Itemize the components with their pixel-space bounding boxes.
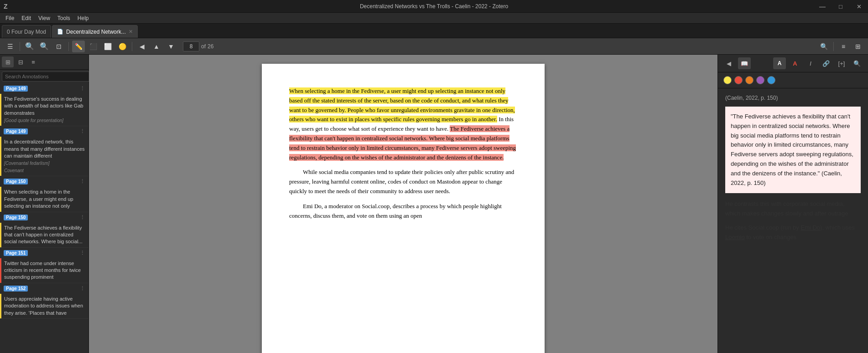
color-orange[interactable] bbox=[745, 76, 754, 84]
annotation-text: In a decentralized network, this means t… bbox=[4, 138, 85, 159]
more-options-icon[interactable]: ⋮ bbox=[80, 286, 85, 292]
search-button[interactable]: 🔍 bbox=[851, 57, 863, 69]
sidebar-view-btn-2[interactable]: ⊟ bbox=[15, 56, 26, 67]
window-title: Decentralized Networks vs The Trolls - C… bbox=[360, 3, 508, 10]
more-options-icon[interactable]: ⋮ bbox=[80, 250, 85, 256]
page-badge: Page 149 bbox=[4, 86, 28, 92]
separator bbox=[132, 42, 132, 51]
nav-prev-button[interactable]: ◀ bbox=[135, 41, 148, 52]
list-view-button[interactable]: ≡ bbox=[837, 41, 850, 52]
pdf-paragraph-3: Emi Do, a moderator on Social.coop, desc… bbox=[289, 202, 517, 221]
menu-edit[interactable]: Edit bbox=[18, 14, 35, 22]
annotation-text: The Fediverse's success in dealing with … bbox=[4, 96, 85, 117]
crop-tool-button[interactable]: ⬜ bbox=[101, 41, 114, 52]
menu-help[interactable]: Help bbox=[74, 14, 93, 22]
annotation-header: Page 149 ⋮ bbox=[0, 126, 88, 137]
color-yellow[interactable] bbox=[723, 76, 732, 84]
insert-button[interactable]: [+] bbox=[835, 57, 848, 69]
pdf-viewer[interactable]: When selecting a home in the Fediverse, … bbox=[89, 55, 717, 353]
annotation-group-151: Page 151 ⋮ Twitter had come under intens… bbox=[0, 248, 88, 283]
app-icon: Z bbox=[4, 3, 8, 10]
page-of-label: of bbox=[201, 43, 206, 50]
annotation-group-149-1: Page 149 ⋮ The Fediverse's success in de… bbox=[0, 83, 88, 126]
annotation-header: Page 152 ⋮ bbox=[0, 283, 88, 294]
pdf-paragraph-2: While social media companies tend to upd… bbox=[289, 168, 517, 196]
tabbar: 0 Four Day Mod 📄 Decentralized Network..… bbox=[0, 24, 868, 38]
zoom-out-button[interactable]: 🔍 bbox=[23, 41, 36, 52]
toggle-sidebar-button[interactable]: ☰ bbox=[4, 41, 16, 52]
right-annotation-panel: ◀ 📖 A A I 🔗 [+] 🔍 (Caelin, 2022, p. 150)… bbox=[717, 55, 868, 353]
annotation-item[interactable]: The Fediverse's success in dealing with … bbox=[0, 94, 88, 126]
annotation-item[interactable]: Users appreciate having active moderatio… bbox=[0, 294, 88, 318]
menu-view[interactable]: View bbox=[35, 14, 54, 22]
maximize-button[interactable]: □ bbox=[832, 0, 850, 13]
italic-button[interactable]: I bbox=[804, 57, 817, 69]
highlight-tool-button[interactable]: A bbox=[789, 57, 801, 69]
font-button[interactable]: A bbox=[773, 57, 786, 69]
tab-icon: 📄 bbox=[57, 29, 63, 35]
page-badge: Page 152 bbox=[4, 286, 28, 292]
tab-label: Decentralized Network... bbox=[66, 29, 126, 35]
color-purple[interactable] bbox=[756, 76, 764, 84]
link-button[interactable]: 🔗 bbox=[820, 57, 832, 69]
emi-do-link[interactable]: Emi Do bbox=[800, 224, 820, 231]
annotation-item[interactable]: The Fediverse achieves a flexibility tha… bbox=[0, 223, 88, 247]
tab-four-day-mod[interactable]: 0 Four Day Mod bbox=[2, 25, 51, 38]
highlighted-text-yellow-1: When selecting a home in the Fediverse, … bbox=[289, 87, 515, 123]
color-button[interactable]: 🟡 bbox=[116, 41, 129, 52]
page-navigation: of 26 bbox=[183, 41, 213, 51]
toolbar-right: 🔍 ≡ ⊞ bbox=[817, 41, 864, 52]
separator bbox=[68, 42, 69, 51]
menu-file[interactable]: File bbox=[2, 14, 18, 22]
citation-reference: (Caelin, 2022, p. 150) bbox=[725, 95, 861, 101]
page-input[interactable] bbox=[183, 41, 199, 51]
annotation-header: Page 150 ⋮ bbox=[0, 212, 88, 223]
select-tool-button[interactable]: ⬛ bbox=[87, 41, 99, 52]
more-options-icon[interactable]: ⋮ bbox=[80, 128, 85, 134]
sidebar-view-btn-3[interactable]: ≡ bbox=[27, 56, 39, 67]
nav-up-button[interactable]: ▲ bbox=[150, 41, 163, 52]
color-blue[interactable] bbox=[767, 76, 775, 84]
zoom-out-right-button[interactable]: 🔍 bbox=[817, 41, 830, 52]
annotation-text: Users appreciate having active moderatio… bbox=[4, 296, 85, 317]
annotation-item[interactable]: When selecting a home in the Fediverse, … bbox=[0, 187, 88, 211]
close-button[interactable]: ✕ bbox=[850, 0, 868, 13]
menubar: File Edit View Tools Help bbox=[0, 13, 868, 24]
menu-tools[interactable]: Tools bbox=[54, 14, 74, 22]
more-options-icon[interactable]: ⋮ bbox=[80, 86, 85, 92]
annotation-group-150-1: Page 150 ⋮ When selecting a home in the … bbox=[0, 176, 88, 212]
right-panel-toolbar: ◀ 📖 A A I 🔗 [+] 🔍 bbox=[718, 55, 868, 72]
book-icon-button[interactable]: 📖 bbox=[738, 57, 751, 69]
zoom-in-button[interactable]: 🔍 bbox=[38, 41, 51, 52]
annotation-item[interactable]: Twitter had come under intense criticism… bbox=[0, 258, 88, 283]
more-options-icon[interactable]: ⋮ bbox=[80, 215, 85, 220]
color-red[interactable] bbox=[734, 76, 743, 84]
quote-text: "The Fediverse achieves a flexibility th… bbox=[731, 113, 853, 177]
sidebar-view-btn-1[interactable]: ⊞ bbox=[2, 56, 14, 67]
annotation-tag: [Good quote for presentation] bbox=[4, 118, 85, 124]
annotation-group-150-2: Page 150 ⋮ The Fediverse achieves a flex… bbox=[0, 212, 88, 248]
tab-decentralized[interactable]: 📄 Decentralized Network... ✕ bbox=[52, 25, 138, 38]
tab-close-icon[interactable]: ✕ bbox=[129, 29, 133, 35]
annotation-quote-block: "The Fediverse achieves a flexibility th… bbox=[725, 107, 861, 193]
page-badge: Page 150 bbox=[4, 215, 28, 220]
annotations-sidebar: ⊞ ⊟ ≡ Page 149 ⋮ The Fediverse's success… bbox=[0, 55, 89, 353]
cursor-tool-button[interactable]: ✏️ bbox=[72, 41, 85, 52]
annotation-header: Page 150 ⋮ bbox=[0, 176, 88, 187]
fit-width-button[interactable]: ⊡ bbox=[52, 41, 65, 52]
note-text-2: He cites Social.coop (run by Emi Do), wh… bbox=[725, 223, 861, 242]
titlebar: Z Decentralized Networks vs The Trolls -… bbox=[0, 0, 868, 13]
loomio-link[interactable]: Loomio bbox=[725, 234, 745, 240]
annotation-tag: [Covenantal fedarlism] bbox=[4, 160, 85, 167]
search-annotations-input[interactable] bbox=[2, 72, 90, 82]
back-button[interactable]: ◀ bbox=[722, 57, 735, 69]
sidebar-toolbar: ⊞ ⊟ ≡ bbox=[0, 55, 88, 70]
main-layout: ⊞ ⊟ ≡ Page 149 ⋮ The Fediverse's success… bbox=[0, 55, 868, 353]
annotation-header: Page 151 ⋮ bbox=[0, 248, 88, 258]
minimize-button[interactable]: — bbox=[813, 0, 832, 13]
toolbar: ☰ 🔍 🔍 ⊡ ✏️ ⬛ ⬜ 🟡 ◀ ▲ ▼ of 26 🔍 ≡ ⊞ bbox=[0, 38, 868, 55]
nav-down-button[interactable]: ▼ bbox=[165, 41, 177, 52]
annotation-item[interactable]: In a decentralized network, this means t… bbox=[0, 137, 88, 176]
more-options-icon[interactable]: ⋮ bbox=[80, 179, 85, 184]
grid-view-button[interactable]: ⊞ bbox=[852, 41, 864, 52]
